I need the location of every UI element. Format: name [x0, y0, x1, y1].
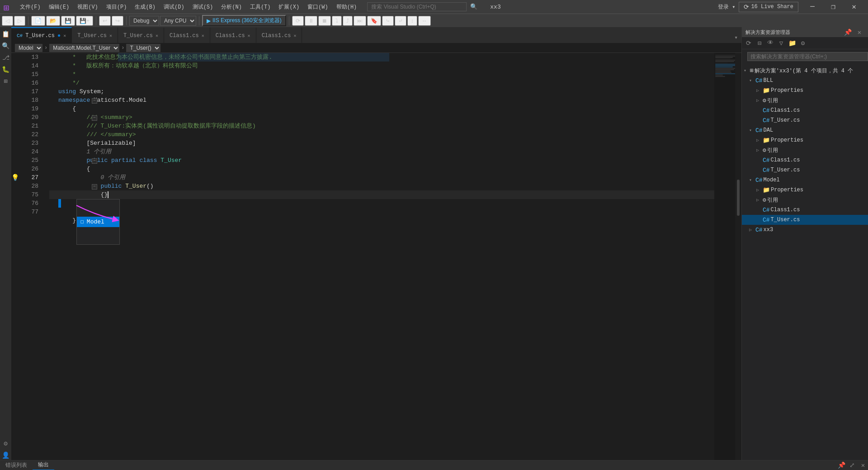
- tree-bll[interactable]: ▾ C# BLL: [742, 76, 868, 85]
- tree-xx3[interactable]: ▷ C# xx3: [742, 225, 868, 235]
- tree-model-properties[interactable]: ▷ 📁 Properties: [742, 185, 868, 195]
- new-project[interactable]: 📄: [31, 16, 45, 26]
- toolbar-extra10[interactable]: ↕: [407, 16, 417, 26]
- fold-20[interactable]: −: [92, 115, 97, 121]
- se-pin-button[interactable]: 📌: [843, 27, 853, 37]
- open-project[interactable]: 📂: [46, 16, 60, 26]
- menu-extensions[interactable]: 扩展(X): [275, 2, 303, 12]
- toolbar-extra8[interactable]: ⤷: [382, 16, 394, 26]
- intellisense-item-model[interactable]: ◻ Model: [77, 217, 119, 227]
- toolbar-extra2[interactable]: ⏸: [305, 16, 317, 26]
- se-filter-button[interactable]: ▽: [776, 38, 786, 48]
- toolbar-back[interactable]: ◁: [2, 16, 13, 26]
- signin-button[interactable]: 登录 ▾: [718, 3, 735, 11]
- toolbar-extra7[interactable]: 🔖: [367, 16, 381, 26]
- sidebar-account-icon[interactable]: 👤: [1, 450, 11, 460]
- menu-analyze[interactable]: 分析(N): [217, 2, 245, 12]
- breadcrumb-model-dropdown[interactable]: Model: [15, 44, 42, 52]
- toolbar-extra3[interactable]: ⏹: [318, 16, 331, 26]
- sidebar-search-icon[interactable]: 🔍: [1, 41, 11, 51]
- toolbar-extra4[interactable]: ⤵: [332, 16, 342, 26]
- breadcrumb-class-dropdown[interactable]: Maticsoft.Model.T_User: [49, 44, 119, 52]
- menu-debug[interactable]: 调试(D): [160, 2, 188, 12]
- output-pin-button[interactable]: 📌: [836, 461, 846, 470]
- toolbar-extra6[interactable]: ⏭: [354, 16, 366, 26]
- close-button[interactable]: ✕: [844, 0, 864, 14]
- menu-file[interactable]: 文件(F): [16, 2, 44, 12]
- menu-tools[interactable]: 工具(T): [246, 2, 274, 12]
- sidebar-extensions-icon[interactable]: ⊞: [1, 76, 11, 86]
- tree-dal-class1[interactable]: ▷ C# Class1.cs: [742, 155, 868, 165]
- tab-t-user-active[interactable]: C# T_User.cs ● ✕: [11, 27, 72, 43]
- tree-dal[interactable]: ▾ C# DAL: [742, 125, 868, 135]
- tree-model-class1[interactable]: ▷ C# Class1.cs: [742, 205, 868, 215]
- tab-close-2[interactable]: ✕: [109, 33, 112, 38]
- tab-class1-2[interactable]: Class1.cs ✕: [210, 27, 256, 43]
- menu-project[interactable]: 项目(P): [103, 2, 131, 12]
- tab-class1-1[interactable]: Class1.cs ✕: [164, 27, 210, 43]
- sidebar-settings-icon[interactable]: ⚙: [1, 438, 11, 448]
- tree-bll-ref[interactable]: ▷ ⚙ 引用: [742, 95, 868, 105]
- menu-test[interactable]: 测试(S): [189, 2, 217, 12]
- tab-output[interactable]: 输出: [33, 461, 54, 470]
- undo[interactable]: ↩: [99, 16, 111, 26]
- tree-model-ref[interactable]: ▷ ⚙ 引用: [742, 195, 868, 205]
- sidebar-explorer-icon[interactable]: 📋: [1, 29, 11, 39]
- tree-model-tuser[interactable]: ▷ C# T_User.cs: [742, 215, 868, 225]
- tab-close-active[interactable]: ✕: [63, 33, 66, 38]
- save-all[interactable]: 💾+: [76, 16, 93, 26]
- code-editor[interactable]: 💡 13 14 15 16 17 18 19 20 21 22 23 2: [11, 53, 741, 460]
- se-properties-button[interactable]: ⚙: [798, 38, 808, 48]
- breadcrumb-method-dropdown[interactable]: T_User(): [126, 44, 160, 52]
- sidebar-debug-icon[interactable]: 🐛: [1, 64, 11, 74]
- tree-dal-ref[interactable]: ▷ ⚙ 引用: [742, 145, 868, 155]
- se-collapse-button[interactable]: ⊟: [755, 38, 764, 48]
- toolbar-forward[interactable]: ▷: [14, 16, 25, 26]
- tab-t-user-2[interactable]: T_User.cs ✕: [72, 27, 118, 43]
- se-sync-button[interactable]: ⟳: [744, 38, 754, 48]
- debug-config-dropdown[interactable]: Debug: [129, 16, 159, 26]
- live-share-button[interactable]: ⟳ 16 Live Share: [739, 2, 798, 12]
- restore-button[interactable]: ❐: [823, 0, 844, 14]
- tab-close-4[interactable]: ✕: [202, 33, 204, 38]
- platform-dropdown[interactable]: Any CPU: [160, 16, 196, 26]
- tab-dropdown[interactable]: ▾: [731, 32, 741, 43]
- tab-error-list[interactable]: 错误列表: [0, 461, 33, 470]
- toolbar-extra11[interactable]: ↔: [418, 16, 431, 26]
- menu-build[interactable]: 生成(B): [131, 2, 159, 12]
- se-close-button[interactable]: ✕: [854, 27, 864, 37]
- toolbar-extra9[interactable]: ⤶: [395, 16, 406, 26]
- fold-18[interactable]: −: [92, 98, 97, 104]
- menu-help[interactable]: 帮助(H): [333, 2, 361, 12]
- output-close-button[interactable]: ✕: [858, 461, 868, 470]
- run-button[interactable]: ▶ IIS Express (360安全浏览器): [202, 15, 286, 26]
- sidebar-git-icon[interactable]: ⎇: [1, 52, 11, 62]
- search-input[interactable]: [367, 2, 467, 11]
- tab-class1-3[interactable]: Class1.cs ✕: [256, 27, 302, 43]
- tab-close-6[interactable]: ✕: [293, 33, 296, 38]
- se-show-all-button[interactable]: 👁: [765, 38, 775, 48]
- tab-close-5[interactable]: ✕: [248, 33, 250, 38]
- code-content[interactable]: * 此技术信息为本公司机密信息，未经本公司书面同意禁止向第三方披露. * 版权所…: [46, 53, 714, 460]
- tree-bll-class1[interactable]: ▷ C# Class1.cs: [742, 105, 868, 115]
- tree-dal-tuser[interactable]: ▷ C# T_User.cs: [742, 165, 868, 175]
- toolbar-extra5[interactable]: ⤴: [343, 16, 353, 26]
- output-float-button[interactable]: ⤢: [847, 461, 857, 470]
- menu-edit[interactable]: 编辑(E): [45, 2, 73, 12]
- tree-solution-root[interactable]: ▾ ⊞ 解决方案'xx3'(第 4 个项目，共 4 个: [742, 66, 868, 76]
- lightbulb-icon[interactable]: 💡: [11, 174, 19, 181]
- tree-bll-properties[interactable]: ▷ 📁 Properties: [742, 85, 868, 95]
- tab-t-user-3[interactable]: T_User.cs ✕: [118, 27, 164, 43]
- tree-model[interactable]: ▾ C# Model: [742, 175, 868, 185]
- tab-close-3[interactable]: ✕: [156, 33, 158, 38]
- tree-dal-properties[interactable]: ▷ 📁 Properties: [742, 135, 868, 145]
- solution-search-input[interactable]: [747, 52, 868, 61]
- tree-bll-tuser[interactable]: ▷ C# T_User.cs: [742, 115, 868, 125]
- fold-24[interactable]: −: [92, 158, 97, 164]
- menu-window[interactable]: 窗口(W): [304, 2, 332, 12]
- se-new-folder[interactable]: 📁: [787, 38, 797, 48]
- save[interactable]: 💾: [61, 16, 75, 26]
- toolbar-extra1[interactable]: ⟳: [292, 16, 304, 26]
- menu-view[interactable]: 视图(V): [74, 2, 102, 12]
- redo[interactable]: ↪: [112, 16, 123, 26]
